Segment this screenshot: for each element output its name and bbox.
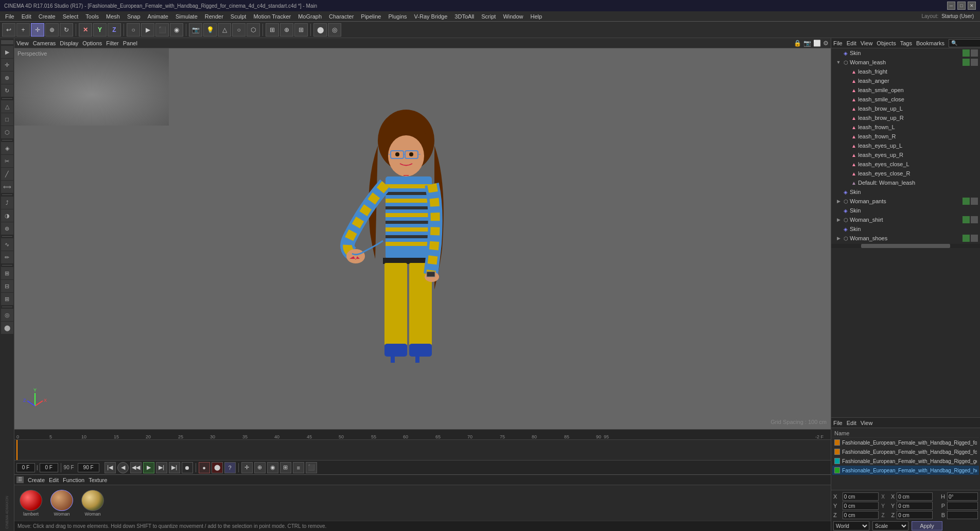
tree-leash-eyes-close-l[interactable]: ▲ leash_eyes_close_L (831, 160, 980, 169)
toolbar-z[interactable]: Z (108, 23, 121, 37)
keyframe-button[interactable]: ⬤ (212, 462, 223, 473)
vp-menu-view[interactable]: View (16, 40, 29, 46)
toolbar-grid[interactable]: ⊞ (294, 23, 308, 37)
tree-default-woman-leash[interactable]: ▲ Default: Woman_leash (831, 178, 980, 187)
tool-group2[interactable]: ⊟ (1, 280, 13, 292)
menu-animate[interactable]: Animate (145, 12, 171, 21)
obj-scrollbar[interactable] (831, 244, 980, 248)
tool-spline[interactable]: ∿ (1, 238, 13, 251)
coord-z-input[interactable] (843, 511, 879, 519)
tool-misc1[interactable]: ◎ (1, 309, 13, 321)
menu-script[interactable]: Script (478, 12, 499, 21)
toolbar-misc2[interactable]: ◎ (328, 23, 341, 37)
tool-group1[interactable]: ⊞ (1, 267, 13, 279)
toolbar-undo[interactable]: ↩ (2, 23, 15, 37)
toolbar-y[interactable]: Y (93, 23, 107, 37)
obj-menu-file[interactable]: File (833, 40, 843, 46)
vp-icon-lock[interactable]: 🔒 (794, 40, 801, 47)
toolbar-move[interactable]: ✛ (31, 23, 44, 37)
toolbar-misc1[interactable]: ⬤ (313, 23, 327, 37)
menu-help[interactable]: Help (528, 12, 546, 21)
menu-motion-tracker[interactable]: Motion Tracker (250, 12, 294, 21)
tree-skin-3[interactable]: ◈ Skin (831, 206, 980, 215)
vp-menu-display[interactable]: Display (60, 40, 78, 46)
menu-mesh[interactable]: Mesh (103, 12, 123, 21)
toolbar-new[interactable]: + (16, 23, 30, 37)
frame-start-input[interactable] (40, 463, 58, 472)
coord-h-input[interactable] (947, 492, 978, 501)
apply-button[interactable]: Apply (912, 521, 942, 530)
tool-deform[interactable]: ⤴ (1, 197, 13, 209)
vp-menu-filter[interactable]: Filter (106, 40, 118, 46)
tree-leash-smile-close[interactable]: ▲ leash_smile_close (831, 95, 980, 104)
menu-3dtoall[interactable]: 3DToAll (451, 12, 477, 21)
toolbar-poly[interactable]: △ (218, 23, 231, 37)
toolbar-nurbs[interactable]: ○ (232, 23, 246, 37)
mat-row-bones[interactable]: Fashionable_European_Female_with_Handbag… (832, 438, 979, 447)
scale-dropdown[interactable]: Scale (872, 521, 908, 530)
tree-leash-eyes-up-r[interactable]: ▲ leash_eyes_up_R (831, 150, 980, 160)
go-start-button[interactable]: |◀ (104, 462, 116, 473)
coord-y2-input[interactable] (897, 502, 933, 510)
auto-key-button[interactable]: ● (199, 462, 210, 473)
tree-leash-frown-l[interactable]: ▲ leash_frown_L (831, 122, 980, 132)
tool-knife[interactable]: ✂ (1, 155, 13, 167)
mat-row-helpers[interactable]: Fashionable_European_Female_with_Handbag… (832, 447, 979, 456)
vp-icon-settings[interactable]: ⚙ (823, 40, 829, 47)
menu-edit[interactable]: Edit (19, 12, 34, 21)
tree-leash-frown-r[interactable]: ▲ leash_frown_R (831, 132, 980, 141)
tool-group3[interactable]: ⊞ (1, 293, 13, 305)
toolbar-rotate[interactable]: ↻ (60, 23, 73, 37)
tool-paint[interactable]: ◈ (1, 142, 13, 154)
coord-y-input[interactable] (843, 502, 879, 510)
toolbar-snap[interactable]: ⊞ (266, 23, 279, 37)
vp-menu-cameras[interactable]: Cameras (33, 40, 56, 46)
menu-window[interactable]: Window (500, 12, 526, 21)
material-woman-1[interactable]: Woman (48, 490, 75, 517)
coord-button[interactable]: ⊕ (254, 462, 266, 473)
axis-button[interactable]: ✛ (241, 462, 253, 473)
tool-sketch[interactable]: ✏ (1, 251, 13, 263)
menu-render[interactable]: Render (202, 12, 226, 21)
prev-frame-button[interactable]: ◀ (117, 462, 129, 473)
object-search-input[interactable] (949, 39, 980, 47)
coord-b-input[interactable] (947, 511, 978, 519)
tree-leash-smile-open[interactable]: ▲ leash_smile_open (831, 85, 980, 95)
coord-x2-input[interactable] (897, 492, 933, 501)
coord-x-input[interactable] (843, 492, 879, 501)
viewport[interactable]: X Y Z Perspective Grid Spacing : 100 cm (14, 48, 831, 429)
coord-p-input[interactable] (947, 502, 978, 510)
tree-skin-1[interactable]: ◈ Skin (831, 48, 980, 58)
toolbar-scale[interactable]: ⊕ (45, 23, 59, 37)
mat-panel-edit[interactable]: Edit (847, 420, 856, 426)
obj-menu-bookmarks[interactable]: Bookmarks (916, 40, 944, 46)
menu-tools[interactable]: Tools (82, 12, 102, 21)
world-dropdown[interactable]: World Object Local (833, 521, 869, 530)
tree-leash-brow-up-r[interactable]: ▲ leash_brow_up_R (831, 113, 980, 122)
tool-brush[interactable]: ⬡ (1, 126, 13, 138)
minimize-button[interactable]: ─ (947, 2, 955, 10)
tool-weight[interactable]: ⊛ (1, 222, 13, 235)
play-button[interactable]: ▶ (143, 462, 154, 473)
vp-icon-maximize[interactable]: ⬜ (813, 40, 821, 47)
mat-menu-texture[interactable]: Texture (89, 477, 107, 483)
mat-menu-create[interactable]: Create (28, 477, 45, 483)
menu-select[interactable]: Select (60, 12, 82, 21)
frame-end-input[interactable] (78, 463, 99, 472)
tree-leash-brow-up-l[interactable]: ▲ leash_brow_up_L (831, 104, 980, 113)
tool-sculpt[interactable]: ◑ (1, 209, 13, 222)
mat-row-geometry[interactable]: Fashionable_European_Female_with_Handbag… (832, 456, 979, 466)
toolbar-x[interactable]: ✕ (79, 23, 92, 37)
menu-vray[interactable]: V-Ray Bridge (411, 12, 451, 21)
toolbar-deform[interactable]: ⬡ (247, 23, 260, 37)
obj-menu-tags[interactable]: Tags (900, 40, 912, 46)
menu-snap[interactable]: Snap (124, 12, 144, 21)
tool-select[interactable]: ▶ (1, 46, 13, 58)
material-woman-2[interactable]: Woman (79, 490, 106, 517)
menu-character[interactable]: Character (326, 12, 357, 21)
tool-poly[interactable]: △ (1, 100, 13, 113)
mat-menu-function[interactable]: Function (63, 477, 84, 483)
menu-plugins[interactable]: Plugins (385, 12, 410, 21)
tree-leash-eyes-close-r[interactable]: ▲ leash_eyes_close_R (831, 169, 980, 178)
coord-z2-input[interactable] (897, 511, 933, 519)
